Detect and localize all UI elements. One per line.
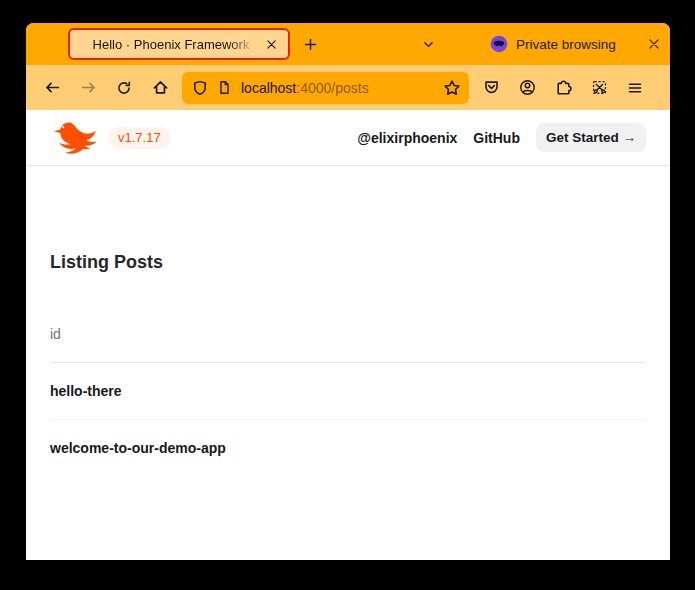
forward-icon [80, 79, 97, 96]
screenshot-scissors-icon [591, 79, 608, 96]
reload-button[interactable] [110, 74, 138, 102]
table-row[interactable]: welcome-to-our-demo-app [50, 420, 646, 477]
link-github[interactable]: GitHub [473, 130, 520, 146]
menu-button[interactable] [621, 74, 649, 102]
pocket-icon [483, 79, 500, 96]
tab-hello-phoenix[interactable]: Hello · Phoenix Framework [68, 28, 290, 60]
tab-close-icon[interactable] [260, 33, 282, 55]
shield-icon[interactable] [192, 80, 208, 96]
account-button[interactable] [513, 74, 541, 102]
nav-toolbar: localhost:4000/posts [26, 65, 670, 110]
version-badge: v1.7.17 [108, 127, 171, 149]
account-icon [519, 79, 536, 96]
window-close-icon[interactable] [640, 30, 668, 58]
main-area: Listing Posts id hello-there welcome-to-… [26, 166, 670, 476]
link-elixirphoenix[interactable]: @elixirphoenix [357, 130, 457, 146]
column-header-id: id [50, 322, 646, 363]
posts-table: id hello-there welcome-to-our-demo-app [50, 322, 646, 476]
reload-icon [116, 80, 132, 96]
private-browsing-badge: Private browsing [490, 30, 616, 58]
private-browsing-label: Private browsing [516, 37, 616, 52]
url-path: :4000/posts [296, 80, 368, 96]
screenshot-button[interactable] [585, 74, 613, 102]
header-nav: @elixirphoenix GitHub Get Started → [357, 123, 646, 152]
get-started-button[interactable]: Get Started → [536, 123, 646, 152]
titlebar[interactable]: Hello · Phoenix Framework Private browsi… [26, 23, 670, 65]
brand: v1.7.17 [50, 120, 171, 155]
home-icon [152, 79, 169, 96]
table-row[interactable]: hello-there [50, 363, 646, 420]
hamburger-menu-icon [627, 80, 643, 96]
page-icon[interactable] [217, 80, 232, 95]
private-mask-icon [490, 35, 508, 53]
back-icon [44, 79, 61, 96]
post-id-cell[interactable]: hello-there [50, 363, 646, 420]
page-title: Listing Posts [50, 246, 646, 278]
puzzle-icon [555, 79, 572, 96]
page-content: v1.7.17 @elixirphoenix GitHub Get Starte… [26, 110, 670, 560]
site-header: v1.7.17 @elixirphoenix GitHub Get Starte… [26, 110, 670, 166]
url-input[interactable]: localhost:4000/posts [241, 80, 434, 96]
phoenix-logo[interactable] [50, 120, 96, 155]
home-button[interactable] [146, 74, 174, 102]
tab-title: Hello · Phoenix Framework [82, 37, 260, 52]
url-host: localhost [241, 80, 296, 96]
tab-list-chevron-icon[interactable] [414, 30, 442, 58]
browser-window: Hello · Phoenix Framework Private browsi… [26, 23, 670, 560]
bookmark-star-icon[interactable] [443, 79, 461, 97]
new-tab-button[interactable] [296, 30, 324, 58]
extensions-button[interactable] [549, 74, 577, 102]
back-button[interactable] [38, 74, 66, 102]
url-bar[interactable]: localhost:4000/posts [182, 72, 469, 104]
forward-button[interactable] [74, 74, 102, 102]
pocket-button[interactable] [477, 74, 505, 102]
post-id-cell[interactable]: welcome-to-our-demo-app [50, 420, 646, 477]
